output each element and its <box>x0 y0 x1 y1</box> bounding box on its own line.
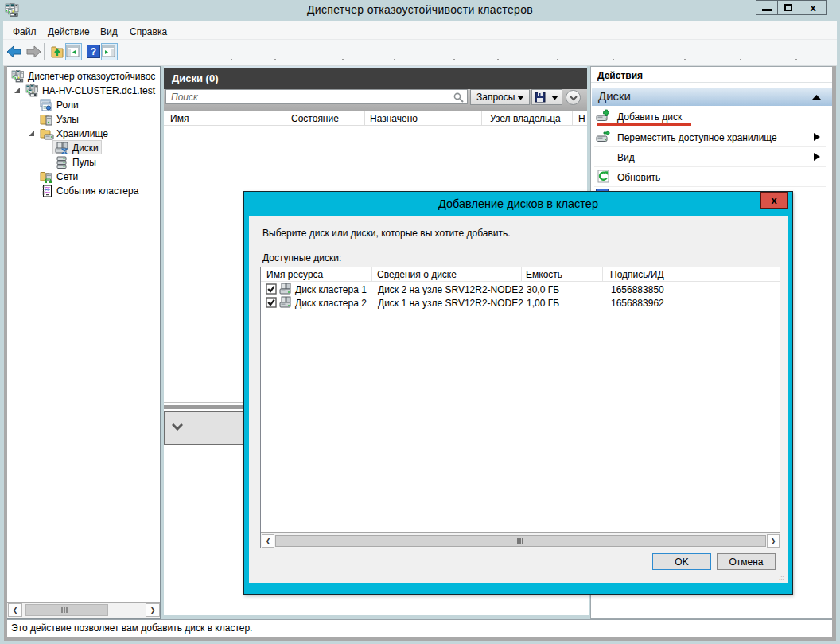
svg-text:?: ? <box>91 46 96 57</box>
